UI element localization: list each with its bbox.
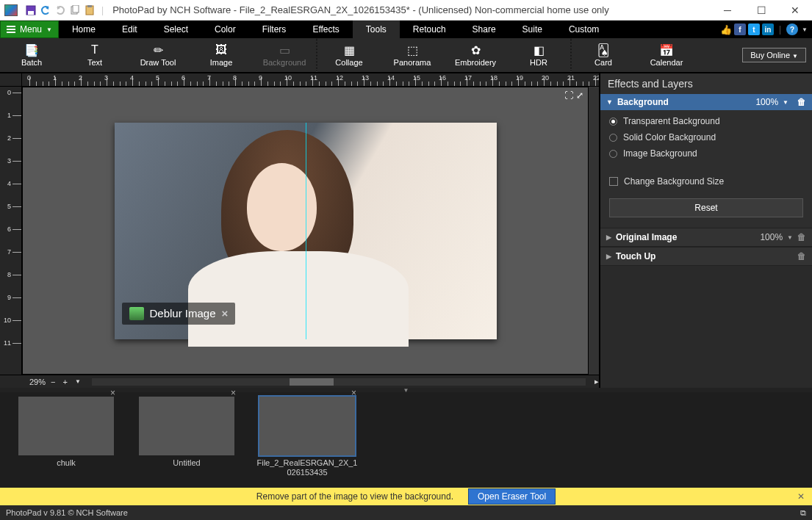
menu-tools[interactable]: Tools (353, 21, 400, 38)
radio-solid-color-background[interactable]: Solid Color Background (609, 132, 803, 142)
hint-text: Remove part of the image to view the bac… (256, 491, 453, 502)
tool-calendar[interactable]: 📅Calendar (635, 43, 698, 67)
radio-icon (609, 150, 617, 158)
status-text: PhotoPad v 9.81 © NCH Software (6, 508, 128, 517)
fullscreen-icon[interactable]: ⛶ (564, 90, 573, 101)
maximize-button[interactable]: ☐ (744, 0, 778, 21)
tool-background: ▭Background (253, 43, 316, 67)
tool-batch[interactable]: 📑Batch (0, 43, 63, 67)
radio-icon (609, 134, 617, 142)
zoom-in-button[interactable]: + (60, 378, 69, 386)
radio-transparent-background[interactable]: Transparent Background (609, 116, 803, 126)
close-button[interactable]: ✕ (778, 0, 812, 21)
scrollbar-vertical[interactable] (589, 87, 599, 375)
layer-touch-up[interactable]: ▶ Touch Up 🗑 (600, 247, 812, 266)
menu-effects[interactable]: Effects (299, 21, 352, 38)
collage-icon: ▦ (342, 43, 356, 57)
background-icon: ▭ (277, 43, 292, 57)
menu-select[interactable]: Select (151, 21, 201, 38)
reset-button[interactable]: Reset (609, 198, 803, 217)
panorama-icon: ⬚ (405, 43, 420, 57)
zoom-dropdown[interactable]: ▼ (73, 378, 83, 385)
menu-filters[interactable]: Filters (249, 21, 300, 38)
menu-dropdown[interactable]: Menu ▼ (0, 21, 59, 38)
canvas-area: 012345678910111213141516171819202122 012… (0, 73, 599, 388)
menubar: Menu ▼ HomeEditSelectColorFiltersEffects… (0, 21, 812, 38)
thumb-file-2-realesrgan-2x-1026153435[interactable]: ×File_2_RealESRGAN_2X_1026153435 (256, 397, 359, 477)
tool-hdr[interactable]: ◧HDR (507, 43, 570, 67)
layer-original-image[interactable]: ▶ Original Image 100% ▼ 🗑 (600, 228, 812, 247)
copy-icon[interactable] (69, 4, 81, 16)
redo-icon[interactable] (54, 4, 66, 16)
tool-panorama[interactable]: ⬚Panorama (381, 43, 444, 67)
tool-image[interactable]: 🖼Image (190, 43, 253, 67)
change-bg-size-checkbox[interactable]: Change Background Size (609, 176, 803, 187)
trash-icon[interactable]: 🗑 (797, 97, 806, 107)
popout-icon[interactable]: ⧉ (800, 508, 806, 518)
photo-canvas[interactable]: Deblur Image × (115, 123, 497, 339)
buy-online-button[interactable]: Buy Online ▼ (742, 48, 806, 62)
tool-card[interactable]: 🂡Card (572, 43, 635, 67)
thumb-close-icon[interactable]: × (351, 388, 356, 398)
embroidery-icon: ✿ (468, 43, 483, 57)
menu-edit[interactable]: Edit (109, 21, 151, 38)
menu-home[interactable]: Home (59, 21, 109, 38)
thumbnail-image[interactable]: × (139, 397, 234, 455)
menu-custom[interactable]: Custom (556, 21, 612, 38)
thumb-close-icon[interactable]: × (110, 388, 115, 398)
deblur-close-icon[interactable]: × (222, 307, 229, 319)
layer-background-body: Transparent BackgroundSolid Color Backgr… (600, 110, 812, 228)
trash-icon[interactable]: 🗑 (797, 232, 806, 242)
guide-line[interactable] (306, 123, 306, 339)
tool-embroidery[interactable]: ✿Embroidery (444, 43, 507, 67)
ruler-corner (0, 73, 22, 87)
thumbnail-caption: File_2_RealESRGAN_2X_1026153435 (256, 458, 359, 477)
open-eraser-button[interactable]: Open Eraser Tool (468, 488, 556, 505)
layer-background-header[interactable]: ▼ Background 100% ▼ 🗑 (600, 94, 812, 110)
deblur-chip[interactable]: Deblur Image × (122, 303, 236, 325)
svg-rect-5 (87, 5, 92, 7)
tool-draw-tool[interactable]: ✏Draw Tool (126, 43, 190, 67)
thumbs-up-icon[interactable]: 👍 (720, 24, 732, 35)
zoom-out-button[interactable]: − (48, 378, 57, 386)
svg-rect-3 (73, 5, 79, 12)
scrollbar-horizontal[interactable] (92, 378, 586, 386)
undo-icon[interactable] (40, 4, 51, 16)
scroll-right-arrow[interactable]: ▸ (594, 377, 599, 386)
quick-access-toolbar (22, 4, 98, 16)
save-icon[interactable] (25, 4, 37, 16)
menu-retouch[interactable]: Retouch (400, 21, 459, 38)
thumb-untitled[interactable]: ×Untitled (135, 397, 238, 468)
tool-collage[interactable]: ▦Collage (317, 43, 381, 67)
document-thumbnails: ×chulk×Untitled×File_2_RealESRGAN_2X_102… (0, 392, 812, 488)
workspace: 012345678910111213141516171819202122 012… (0, 73, 812, 388)
menu-color[interactable]: Color (201, 21, 249, 38)
twitter-icon[interactable]: t (748, 24, 760, 35)
radio-icon (609, 118, 617, 126)
menu-dropdown-label: Menu (20, 24, 42, 35)
paste-icon[interactable] (84, 4, 96, 16)
checkbox-icon (609, 177, 618, 186)
menu-suite[interactable]: Suite (509, 21, 556, 38)
radio-image-background[interactable]: Image Background (609, 148, 803, 159)
chevron-down-icon: ▼ (606, 98, 613, 106)
deblur-label: Deblur Image (150, 307, 216, 319)
trash-icon[interactable]: 🗑 (797, 251, 806, 261)
maximize-view-icon[interactable]: ⤢ (576, 90, 583, 101)
linkedin-icon[interactable]: in (762, 24, 774, 35)
layer-opacity[interactable]: 100% (755, 97, 778, 107)
menu-share[interactable]: Share (459, 21, 509, 38)
tool-text[interactable]: TText (63, 43, 126, 67)
ruler-horizontal: 012345678910111213141516171819202122 (22, 73, 599, 87)
facebook-icon[interactable]: f (734, 24, 746, 35)
thumbnail-image[interactable]: × (259, 397, 355, 455)
effects-layers-panel: Effects and Layers ▼ Background 100% ▼ 🗑… (599, 73, 812, 388)
canvas-viewport[interactable]: ⛶ ⤢ Deblur Image × (22, 87, 589, 375)
thumb-chulk[interactable]: ×chulk (15, 397, 118, 468)
help-icon[interactable]: ? (786, 24, 798, 35)
ribbon-toolbar: 📑BatchTText✏Draw Tool🖼Image▭Background ▦… (0, 38, 812, 73)
minimize-button[interactable]: ─ (711, 0, 744, 21)
thumb-close-icon[interactable]: × (231, 388, 236, 398)
thumbnail-image[interactable]: × (18, 397, 114, 455)
hint-close-icon[interactable]: ✕ (797, 491, 805, 502)
